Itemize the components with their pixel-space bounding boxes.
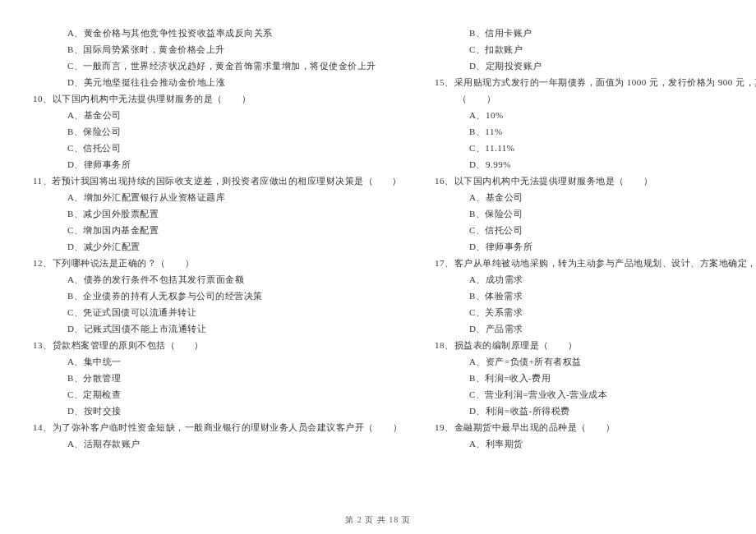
q14-option-b: B、信用卡账户 (435, 25, 756, 41)
q11-option-c: C、增加国内基金配置 (33, 222, 402, 238)
q11-option-d: D、减少外汇配置 (33, 238, 402, 255)
q13-stem: 13、贷款档案管理的原则不包括（ ） (33, 337, 402, 353)
right-column: B、信用卡账户 C、扣款账户 D、定期投资账户 15、采用贴现方式发行的一年期债… (418, 25, 756, 493)
q16-option-c: C、信托公司 (435, 222, 756, 238)
q17-option-d: D、产品需求 (435, 320, 756, 337)
q16-stem: 16、以下国内机构中无法提供理财服务地是（ ） (435, 173, 756, 189)
left-column: A、黄金价格与其他竞争性投资收益率成反向关系 B、国际局势紧张时，黄金价格会上升… (33, 25, 418, 493)
q14-option-a: A、活期存款账户 (33, 435, 402, 452)
q11-option-a: A、增加外汇配置银行从业资格证题库 (33, 189, 402, 205)
q12-option-d: D、记账式国债不能上市流通转让 (33, 320, 402, 337)
q12-option-b: B、企业债券的持有人无权参与公司的经营决策 (33, 288, 402, 304)
q15-stem-cont: （ ） (435, 90, 756, 107)
q9-option-c: C、一般而言，世界经济状况趋好，黄金首饰需求量增加，将促使金价上升 (33, 58, 402, 74)
q15-stem: 15、采用贴现方式发行的一年期债券，面值为 1000 元，发行价格为 900 元… (435, 74, 756, 90)
q18-option-a: A、资产=负债+所有者权益 (435, 353, 756, 370)
q15-option-a: A、10% (435, 107, 756, 123)
q10-option-a: A、基金公司 (33, 107, 402, 123)
q17-option-a: A、成功需求 (435, 271, 756, 288)
q12-option-a: A、债券的发行条件不包括其发行票面金额 (33, 271, 402, 288)
q13-option-d: D、按时交接 (33, 403, 402, 419)
q13-option-a: A、集中统一 (33, 353, 402, 370)
q12-stem: 12、下列哪种说法是正确的？（ ） (33, 255, 402, 271)
page-container: A、黄金价格与其他竞争性投资收益率成反向关系 B、国际局势紧张时，黄金价格会上升… (0, 0, 756, 493)
q17-option-b: B、体验需求 (435, 288, 756, 304)
q17-option-c: C、关系需求 (435, 304, 756, 320)
q14-stem: 14、为了弥补客户临时性资金短缺，一般商业银行的理财业务人员会建议客户开（ ） (33, 419, 402, 435)
q12-option-c: C、凭证式国债可以流通并转让 (33, 304, 402, 320)
q15-option-b: B、11% (435, 123, 756, 140)
q13-option-b: B、分散管理 (33, 370, 402, 386)
q18-option-c: C、营业利润=营业收入-营业成本 (435, 386, 756, 403)
q11-stem: 11、若预计我国将出现持续的国际收支逆差，则投资者应做出的相应理财决策是（ ） (33, 173, 402, 189)
q10-option-b: B、保险公司 (33, 123, 402, 140)
q14-option-c: C、扣款账户 (435, 41, 756, 58)
q15-option-c: C、11.11% (435, 140, 756, 156)
q10-stem: 10、以下国内机构中无法提供理财服务的是（ ） (33, 90, 402, 107)
q16-option-d: D、律师事务所 (435, 238, 756, 255)
q9-option-a: A、黄金价格与其他竞争性投资收益率成反向关系 (33, 25, 402, 41)
q18-option-d: D、利润=收益-所得税费 (435, 403, 756, 419)
q13-option-c: C、定期检查 (33, 386, 402, 403)
q15-option-d: D、9.99% (435, 156, 756, 173)
q9-option-b: B、国际局势紧张时，黄金价格会上升 (33, 41, 402, 58)
q11-option-b: B、减少国外股票配置 (33, 205, 402, 222)
q10-option-d: D、律师事务所 (33, 156, 402, 173)
q14-option-d: D、定期投资账户 (435, 58, 756, 74)
q16-option-b: B、保险公司 (435, 205, 756, 222)
q17-stem: 17、客户从单纯被动地采购，转为主动参与产品地规划、设计、方案地确定，这体现了客… (435, 255, 756, 271)
q18-option-b: B、利润=收入-费用 (435, 370, 756, 386)
q19-option-a: A、利率期货 (435, 435, 756, 452)
q10-option-c: C、信托公司 (33, 140, 402, 156)
q18-stem: 18、损益表的编制原理是（ ） (435, 337, 756, 353)
q19-stem: 19、金融期货中最早出现的品种是（ ） (435, 419, 756, 435)
q9-option-d: D、美元地坚挺往往会推动金价地上涨 (33, 74, 402, 90)
page-footer: 第 2 页 共 18 页 (0, 514, 756, 526)
q16-option-a: A、基金公司 (435, 189, 756, 205)
